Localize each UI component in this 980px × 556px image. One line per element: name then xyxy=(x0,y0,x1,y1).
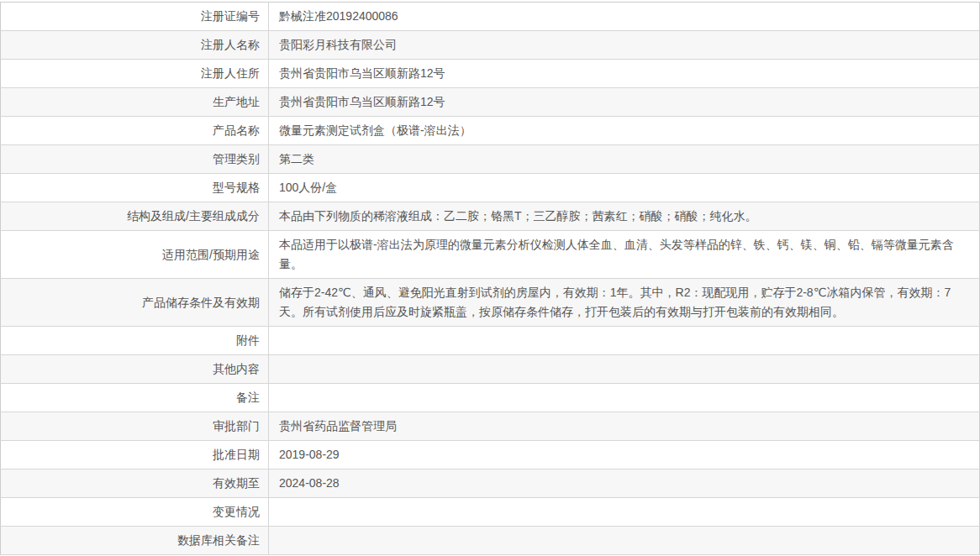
field-label: 注册人住所 xyxy=(1,60,269,88)
registration-table-body: 注册证编号 黔械注准20192400086 注册人名称 贵阳彩月科技有限公司 注… xyxy=(1,3,980,555)
table-row: 有效期至 2024-08-28 xyxy=(1,469,980,498)
field-label: 产品储存条件及有效期 xyxy=(1,279,269,327)
field-label: 产品名称 xyxy=(1,117,269,145)
registration-table: 注册证编号 黔械注准20192400086 注册人名称 贵阳彩月科技有限公司 注… xyxy=(0,2,980,555)
field-label: 备注 xyxy=(1,384,269,412)
field-value: 黔械注准20192400086 xyxy=(269,3,980,31)
table-row: 管理类别 第二类 xyxy=(1,145,980,174)
table-row: 附件 xyxy=(1,327,980,355)
field-value xyxy=(269,327,980,355)
field-value xyxy=(269,384,980,412)
field-label: 管理类别 xyxy=(1,145,269,174)
registration-detail-page: 注册证编号 黔械注准20192400086 注册人名称 贵阳彩月科技有限公司 注… xyxy=(0,0,980,556)
table-row: 结构及组成/主要组成成分 本品由下列物质的稀溶液组成：乙二胺；铬黑T；三乙醇胺；… xyxy=(1,202,980,231)
table-row: 其他内容 xyxy=(1,355,980,384)
field-value: 贵州省贵阳市乌当区顺新路12号 xyxy=(269,60,980,88)
field-value xyxy=(269,355,980,384)
field-value xyxy=(269,498,980,527)
field-label: 结构及组成/主要组成成分 xyxy=(1,202,269,231)
field-value xyxy=(269,527,980,555)
table-row: 注册证编号 黔械注准20192400086 xyxy=(1,3,980,31)
field-label: 注册证编号 xyxy=(1,3,269,31)
field-value: 微量元素测定试剂盒（极谱-溶出法） xyxy=(269,117,980,145)
field-value: 本品由下列物质的稀溶液组成：乙二胺；铬黑T；三乙醇胺；茜素红；硝酸；硝酸；纯化水… xyxy=(269,202,980,231)
field-label: 生产地址 xyxy=(1,88,269,117)
table-row: 注册人名称 贵阳彩月科技有限公司 xyxy=(1,31,980,60)
field-value: 贵州省药品监督管理局 xyxy=(269,412,980,441)
table-row: 产品名称 微量元素测定试剂盒（极谱-溶出法） xyxy=(1,117,980,145)
table-row: 备注 xyxy=(1,384,980,412)
field-value: 贵阳彩月科技有限公司 xyxy=(269,31,980,60)
field-label: 审批部门 xyxy=(1,412,269,441)
field-value: 本品适用于以极谱-溶出法为原理的微量元素分析仪检测人体全血、血清、头发等样品的锌… xyxy=(269,231,980,279)
table-row: 型号规格 100人份/盒 xyxy=(1,174,980,202)
field-value: 2024-08-28 xyxy=(269,469,980,498)
table-row: 产品储存条件及有效期 储存于2-42℃、通风、避免阳光直射到试剂的房屋内，有效期… xyxy=(1,279,980,327)
table-row: 生产地址 贵州省贵阳市乌当区顺新路12号 xyxy=(1,88,980,117)
field-value: 贵州省贵阳市乌当区顺新路12号 xyxy=(269,88,980,117)
field-label: 注册人名称 xyxy=(1,31,269,60)
table-row: 批准日期 2019-08-29 xyxy=(1,441,980,469)
field-value: 储存于2-42℃、通风、避免阳光直射到试剂的房屋内，有效期：1年。其中，R2：现… xyxy=(269,279,980,327)
table-row: 审批部门 贵州省药品监督管理局 xyxy=(1,412,980,441)
table-row: 数据库相关备注 xyxy=(1,527,980,555)
field-label: 变更情况 xyxy=(1,498,269,527)
table-row: 适用范围/预期用途 本品适用于以极谱-溶出法为原理的微量元素分析仪检测人体全血、… xyxy=(1,231,980,279)
field-label: 型号规格 xyxy=(1,174,269,202)
field-label: 数据库相关备注 xyxy=(1,527,269,555)
field-value: 100人份/盒 xyxy=(269,174,980,202)
field-label: 批准日期 xyxy=(1,441,269,469)
field-value: 2019-08-29 xyxy=(269,441,980,469)
field-value: 第二类 xyxy=(269,145,980,174)
table-row: 注册人住所 贵州省贵阳市乌当区顺新路12号 xyxy=(1,60,980,88)
table-row: 变更情况 xyxy=(1,498,980,527)
field-label: 其他内容 xyxy=(1,355,269,384)
field-label: 适用范围/预期用途 xyxy=(1,231,269,279)
field-label: 有效期至 xyxy=(1,469,269,498)
field-label: 附件 xyxy=(1,327,269,355)
